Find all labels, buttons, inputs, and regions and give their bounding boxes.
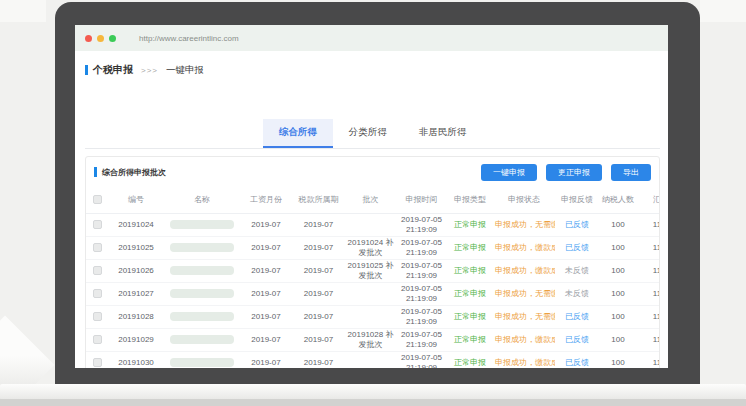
cell-batch: 20191024 补发批次 (345, 236, 396, 259)
browser-url-bar: http://www.careerintlinc.com (75, 25, 668, 51)
cell-taxpayer-count: 100 (599, 259, 637, 282)
cell-salary-month: 2019-07 (240, 213, 292, 236)
cell-tax-period: 2019-07 (292, 351, 345, 368)
cell-salary-month: 2019-07 (240, 236, 292, 259)
col-header-batch: 批次 (345, 187, 396, 213)
breadcrumb-section: 个税申报 (93, 63, 133, 77)
cell-declare-time: 2019-07-05 21:19:09 (396, 282, 447, 305)
table-row[interactable]: 20191025 2019-07 2019-07 20191024 补发批次 2… (86, 236, 659, 259)
cell-taxpayer-count: 100 (599, 328, 637, 351)
col-header-id: 编号 (108, 187, 164, 213)
col-header-name: 名称 (164, 187, 240, 213)
row-checkbox[interactable] (93, 289, 102, 298)
cell-tax-period: 2019-07 (292, 282, 345, 305)
cell-tax-period: 2019-07 (292, 259, 345, 282)
cell-salary-month: 2019-07 (240, 259, 292, 282)
row-checkbox[interactable] (93, 243, 102, 252)
cell-truncated: 11 (637, 213, 659, 236)
col-header-declare-time: 申报时间 (396, 187, 447, 213)
select-all-checkbox[interactable] (93, 195, 102, 204)
cell-truncated: 11 (637, 236, 659, 259)
cell-declare-type: 正常申报 (447, 259, 493, 282)
col-header-declare-feedback: 申报反馈 (555, 187, 599, 213)
cell-declare-status: 申报成功，缴款成功 (493, 236, 555, 259)
cell-declare-status: 申报成功，缴款成功 (493, 328, 555, 351)
cell-truncated: 11 (637, 259, 659, 282)
cell-declare-time: 2019-07-05 21:19:09 (396, 328, 447, 351)
name-placeholder (170, 266, 234, 275)
col-header-declare-status: 申报状态 (493, 187, 555, 213)
cell-truncated: 11 (637, 351, 659, 368)
table-row[interactable]: 20191029 2019-07 2019-07 20191028 补发批次 2… (86, 328, 659, 351)
batch-table-container: 编号 名称 工资月份 税款所属期 批次 申报时间 申报类型 申报状态 申报反馈 … (86, 187, 659, 368)
cell-declare-feedback[interactable]: 已反馈 (555, 213, 599, 236)
cell-declare-status: 申报成功，无需缴款 (493, 282, 555, 305)
row-checkbox[interactable] (93, 335, 102, 344)
cell-salary-month: 2019-07 (240, 305, 292, 328)
cell-declare-type: 正常申报 (447, 328, 493, 351)
breadcrumb-accent-bar (85, 65, 88, 75)
window-maximize-icon[interactable] (109, 35, 116, 42)
cell-batch (345, 351, 396, 368)
row-checkbox[interactable] (93, 358, 102, 367)
breadcrumb-current: 一键申报 (166, 64, 204, 77)
cell-declare-feedback[interactable]: 已反馈 (555, 236, 599, 259)
cell-declare-status: 申报成功，无需缴款 (493, 213, 555, 236)
cell-batch (345, 282, 396, 305)
col-header-declare-type: 申报类型 (447, 187, 493, 213)
col-header-truncated: 汇 (637, 187, 659, 213)
cell-declare-status: 申报成功，缴款成功 (493, 259, 555, 282)
cell-tax-period: 2019-07 (292, 328, 345, 351)
name-placeholder (170, 243, 234, 252)
cell-id: 20191029 (108, 328, 164, 351)
cell-declare-time: 2019-07-05 21:19:09 (396, 305, 447, 328)
one-click-declare-button[interactable]: 一键申报 (481, 164, 537, 181)
breadcrumb: 个税申报 >>> 一键申报 (85, 63, 204, 77)
cell-declare-feedback[interactable]: 未反馈 (555, 259, 599, 282)
table-row[interactable]: 20191024 2019-07 2019-07 2019-07-05 21:1… (86, 213, 659, 236)
batch-table: 编号 名称 工资月份 税款所属期 批次 申报时间 申报类型 申报状态 申报反馈 … (86, 187, 659, 368)
row-checkbox[interactable] (93, 312, 102, 321)
cell-batch (345, 305, 396, 328)
table-row[interactable]: 20191026 2019-07 2019-07 20191025 补发批次 2… (86, 259, 659, 282)
cell-declare-feedback[interactable]: 未反馈 (555, 282, 599, 305)
cell-declare-time: 2019-07-05 21:19:09 (396, 213, 447, 236)
cell-declare-type: 正常申报 (447, 305, 493, 328)
window-minimize-icon[interactable] (97, 35, 104, 42)
table-header-row: 编号 名称 工资月份 税款所属期 批次 申报时间 申报类型 申报状态 申报反馈 … (86, 187, 659, 213)
table-row[interactable]: 20191030 2019-07 2019-07 2019-07-05 21:1… (86, 351, 659, 368)
cell-batch: 20191028 补发批次 (345, 328, 396, 351)
row-checkbox[interactable] (93, 266, 102, 275)
window-close-icon[interactable] (85, 35, 92, 42)
export-button[interactable]: 导出 (611, 164, 651, 181)
correct-declare-button[interactable]: 更正申报 (546, 164, 602, 181)
tab-classified-income[interactable]: 分类所得 (333, 119, 403, 148)
cell-tax-period: 2019-07 (292, 213, 345, 236)
cell-declare-time: 2019-07-05 21:19:09 (396, 351, 447, 368)
background-decoration-top-left (0, 0, 46, 22)
cell-id: 20191027 (108, 282, 164, 305)
cell-salary-month: 2019-07 (240, 351, 292, 368)
cell-batch: 20191025 补发批次 (345, 259, 396, 282)
row-checkbox[interactable] (93, 220, 102, 229)
cell-declare-feedback[interactable]: 已反馈 (555, 328, 599, 351)
tab-comprehensive-income[interactable]: 综合所得 (263, 119, 333, 148)
cell-declare-feedback[interactable]: 已反馈 (555, 305, 599, 328)
cell-declare-type: 正常申报 (447, 236, 493, 259)
cell-truncated: 11 (637, 282, 659, 305)
table-row[interactable]: 20191028 2019-07 2019-07 2019-07-05 21:1… (86, 305, 659, 328)
declaration-batch-panel: 综合所得申报批次 一键申报 更正申报 导出 (85, 156, 660, 368)
col-header-salary-month: 工资月份 (240, 187, 292, 213)
laptop-base (0, 384, 746, 399)
cell-batch (345, 213, 396, 236)
name-placeholder (170, 358, 234, 367)
table-row[interactable]: 20191027 2019-07 2019-07 2019-07-05 21:1… (86, 282, 659, 305)
browser-window: http://www.careerintlinc.com 个税申报 >>> 一键… (75, 25, 668, 368)
cell-declare-feedback[interactable]: 已反馈 (555, 351, 599, 368)
cell-declare-status: 申报成功，缴款成功 (493, 351, 555, 368)
url-text: http://www.careerintlinc.com (139, 34, 239, 43)
cell-tax-period: 2019-07 (292, 236, 345, 259)
cell-taxpayer-count: 100 (599, 305, 637, 328)
tab-nonresident-income[interactable]: 非居民所得 (403, 119, 483, 148)
breadcrumb-separator: >>> (141, 66, 158, 75)
